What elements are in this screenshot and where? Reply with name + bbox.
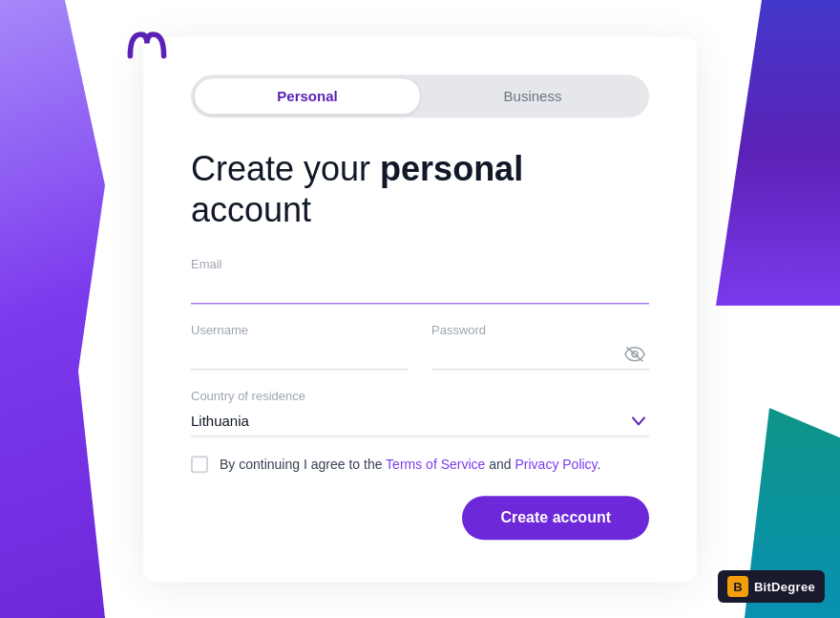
background-right-decoration	[706, 0, 840, 618]
brand-logo	[124, 27, 170, 65]
email-input[interactable]	[191, 275, 649, 304]
heading-prefix: Create your	[191, 149, 380, 188]
country-select[interactable]: Lithuania	[191, 407, 649, 437]
password-input[interactable]	[431, 341, 649, 370]
tab-business[interactable]: Business	[420, 78, 645, 114]
background-right-top	[716, 0, 840, 306]
terms-of-service-link[interactable]: Terms of Service	[386, 457, 485, 472]
terms-text-before: By continuing I agree to the	[220, 457, 386, 472]
username-password-row: Username Password	[191, 323, 649, 370]
bitdegree-badge: B BitDegree	[718, 570, 825, 603]
submit-wrapper: Create account	[191, 496, 649, 540]
tab-personal[interactable]: Personal	[195, 78, 420, 114]
terms-row: By continuing I agree to the Terms of Se…	[191, 456, 649, 473]
bitdegree-icon: B	[727, 576, 748, 597]
toggle-password-icon[interactable]	[624, 347, 645, 365]
terms-checkbox[interactable]	[191, 456, 208, 473]
bitdegree-text: BitDegree	[754, 580, 815, 594]
password-field-group: Password	[431, 323, 649, 370]
signup-card: Personal Business Create your personal a…	[143, 36, 697, 582]
password-wrapper	[431, 341, 649, 370]
create-account-button[interactable]: Create account	[462, 496, 649, 540]
account-type-tabs: Personal Business	[191, 75, 649, 117]
terms-text: By continuing I agree to the Terms of Se…	[220, 457, 600, 472]
terms-text-middle: and	[485, 457, 514, 472]
heading-suffix: account	[191, 190, 311, 229]
username-label: Username	[191, 323, 409, 337]
privacy-policy-link[interactable]: Privacy Policy	[514, 457, 597, 472]
terms-text-after: .	[598, 457, 601, 472]
country-label: Country of residence	[191, 389, 649, 403]
username-input[interactable]	[191, 341, 409, 370]
password-label: Password	[431, 323, 649, 337]
page-heading: Create your personal account	[191, 148, 649, 230]
country-field-group: Country of residence Lithuania	[191, 389, 649, 437]
background-left-decoration	[0, 0, 105, 618]
username-field-group: Username	[191, 323, 409, 370]
heading-highlight: personal	[380, 149, 523, 188]
email-field-group: Email	[191, 257, 649, 304]
country-value: Lithuania	[191, 413, 249, 429]
chevron-down-icon	[632, 413, 645, 430]
email-label: Email	[191, 257, 649, 271]
